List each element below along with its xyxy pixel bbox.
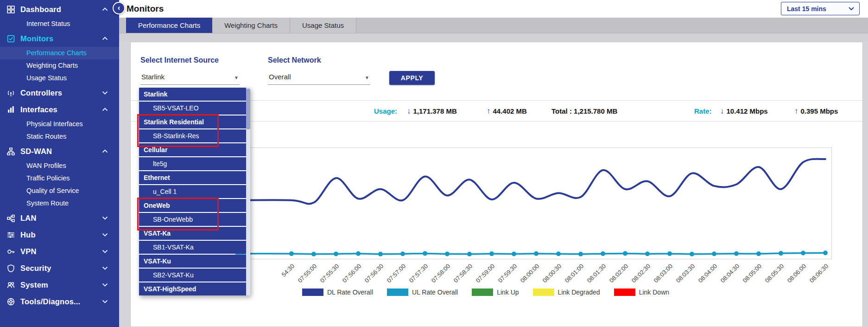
legend-item-link-degraded[interactable]: Link Degraded [533,289,600,296]
legend-item-link-up[interactable]: Link Up [472,289,519,296]
ul-rate-point [667,251,672,256]
sidebar-item-traffic-policies[interactable]: Traffic Policies [0,172,119,185]
caret-down-icon: ▼ [234,75,239,80]
sidebar-item-vpn[interactable]: VPN [0,243,119,260]
dropdown-scrollbar-thumb[interactable] [246,89,250,129]
x-tick-label: 08:06:00 [786,263,807,284]
collapse-sidebar-button[interactable]: ‹ [113,2,125,14]
sidebar-item-hub[interactable]: Hub [0,226,119,243]
dropdown-group-cellular: Cellular [139,143,246,156]
usage-label: Usage: [374,107,397,115]
chevron-down-icon [102,91,108,95]
network-value: Overall [269,73,291,81]
x-tick-label: 08:03:30 [675,263,696,284]
ul-rate-point [623,251,627,256]
sidebar-item-dashboard[interactable]: Dashboard [0,1,119,18]
ul-rate-point [823,250,828,255]
tab-weighting-charts[interactable]: Weighting Charts [212,18,290,33]
sidebar-item-internet-status[interactable]: Internet Status [0,18,119,30]
sidebar-item-tools-diagnos[interactable]: Tools/Diagnos... [0,293,119,310]
dropdown-option-sb-onewebb[interactable]: SB-OneWebb [139,213,246,226]
x-tick-label: 08:06:30 [808,263,830,284]
sidebar-item-label: Dashboard [20,5,102,14]
x-tick-label: 07:59:30 [497,263,518,284]
x-tick-label: 08:04:30 [719,263,741,284]
caret-down-icon: ▼ [365,75,369,80]
rate-upload-value: 0.395 Mbps [801,107,838,115]
sidebar-item-controllers[interactable]: Controllers [0,84,119,101]
dropdown-group-starlink: Starlink [139,88,246,101]
dropdown-option-sb5-vsat-leo[interactable]: SB5-VSAT-LEO [139,102,246,115]
sidebar-item-lan[interactable]: LAN [0,210,119,226]
legend-item-dl-rate-overall[interactable]: DL Rate Overall [302,289,373,296]
x-tick-label: 07:58:30 [452,263,474,284]
x-tick-label: 07:57:00 [386,263,407,284]
dropdown-scrollbar[interactable] [246,88,250,295]
sidebar-item-static-routes[interactable]: Static Routes [0,130,119,143]
controllers-icon [6,89,20,97]
sidebar-item-quality-of-service[interactable]: Quality of Service [0,185,119,197]
dropdown-option-sb2-vsat-ku[interactable]: SB2-VSAT-Ku [139,269,246,282]
ul-rate-point [489,251,494,256]
x-tick-label: 08:04:00 [697,263,718,284]
sidebar-item-label: Hub [20,231,102,239]
rate-download-value: 10.412 Mbps [727,107,768,115]
tab-usage-status[interactable]: Usage Status [290,18,356,33]
ul-rate-point [378,252,383,256]
ul-rate-point [467,252,472,256]
apply-button[interactable]: APPLY [389,71,435,85]
internet-source-dropdown: StarlinkSB5-VSAT-LEOStarlink Residential… [139,88,250,295]
sidebar-item-physical-interfaces[interactable]: Physical Interfaces [0,118,119,130]
x-tick-label: 54:30 [280,263,296,278]
ul-rate-point [556,251,561,256]
sidebar-item-system-route[interactable]: System Route [0,197,119,210]
dropdown-option-u-cell-1[interactable]: u_Cell 1 [139,185,246,198]
x-tick-label: 07:56:30 [363,263,385,284]
x-tick-label: 08:01:00 [564,263,585,284]
chevron-down-icon [102,216,108,220]
sidebar-item-monitors[interactable]: Monitors [0,30,119,47]
sidebar-item-security[interactable]: Security [0,260,119,276]
tools-icon [6,297,20,306]
x-tick-label: 08:00:00 [519,263,540,284]
sidebar-item-usage-status[interactable]: Usage Status [0,72,119,84]
legend-item-link-down[interactable]: Link Down [614,289,669,296]
sidebar-item-label: Security [20,264,102,273]
x-tick-label: 08:03:00 [653,263,674,284]
time-range-select[interactable]: Last 15 mins [781,2,860,15]
dropdown-option-sb-starlink-res[interactable]: SB-Starlink-Res [139,129,246,142]
sdwan-icon [6,147,20,156]
sidebar-item-sd-wan[interactable]: SD-WAN [0,143,119,160]
dl-rate-line [236,159,825,204]
internet-source-value: Starlink [141,73,165,81]
sidebar-item-wan-profiles[interactable]: WAN Profiles [0,160,119,172]
legend-label: UL Rate Overall [412,289,458,296]
ul-rate-point [779,251,783,256]
dropdown-option-sb1-vsat-ka[interactable]: SB1-VSAT-Ka [139,241,246,254]
sidebar-item-weighting-charts[interactable]: Weighting Charts [0,59,119,72]
time-range-value: Last 15 mins [787,5,826,13]
network-select[interactable]: Overall ▼ [268,69,370,85]
sidebar-item-system[interactable]: System [0,276,119,293]
dropdown-option-lte5g[interactable]: lte5g [139,157,246,170]
usage-upload-value: 44.402 MB [493,107,527,115]
sidebar-item-performance-charts[interactable]: Performance Charts [0,47,119,59]
legend-label: Link Degraded [558,289,600,296]
ul-rate-point [445,251,450,256]
legend-label: Link Down [639,289,669,296]
upload-arrow-icon: ↑ [794,107,798,115]
dropdown-group-vsat-highspeed: VSAT-HighSpeed [139,282,246,295]
select-internet-source-label: Select Internet Source [140,56,219,64]
sidebar-item-interfaces[interactable]: Interfaces [0,101,119,118]
tab-performance-charts[interactable]: Performance Charts [126,18,212,33]
hub-icon [6,231,20,239]
chevron-down-icon [102,283,108,287]
legend-item-ul-rate-overall[interactable]: UL Rate Overall [387,289,458,296]
ul-rate-point [734,251,739,256]
sidebar-item-label: Interfaces [20,105,102,114]
x-tick-label: 07:58:00 [430,263,451,284]
internet-source-select[interactable]: Starlink ▼ [140,69,240,85]
chevron-down-icon [102,250,108,253]
chevron-up-icon [102,37,108,40]
ul-rate-point [801,251,805,256]
